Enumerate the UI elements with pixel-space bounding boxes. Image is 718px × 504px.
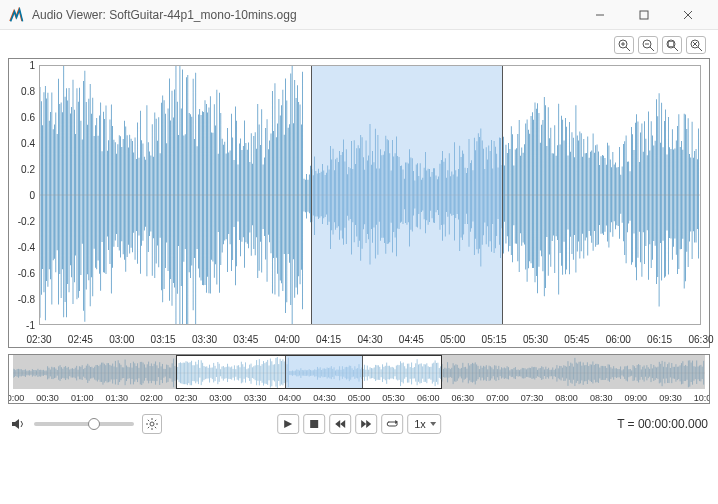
time-readout: T = 00:00:00.000	[617, 417, 708, 431]
y-tick: 1	[9, 60, 35, 71]
overview-minimap[interactable]: 00:0000:3001:0001:3002:0002:3003:0003:30…	[8, 354, 710, 404]
settings-button[interactable]	[142, 414, 162, 434]
overview-tick: 05:30	[382, 393, 405, 403]
x-tick: 05:45	[564, 334, 589, 345]
x-tick: 03:45	[233, 334, 258, 345]
svg-point-19	[150, 422, 154, 426]
rewind-button[interactable]	[329, 414, 351, 434]
overview-tick: 02:00	[140, 393, 163, 403]
fast-forward-button[interactable]	[355, 414, 377, 434]
y-tick: -0.4	[9, 242, 35, 253]
y-tick: -0.6	[9, 268, 35, 279]
y-tick: 0.8	[9, 86, 35, 97]
stop-button[interactable]	[303, 414, 325, 434]
controls-bar: 1x T = 00:00:00.000	[8, 410, 710, 438]
app-logo-icon	[8, 7, 24, 23]
svg-line-15	[698, 47, 702, 51]
content-area: -1-0.8-0.6-0.4-0.200.20.40.60.81 248.659…	[0, 30, 718, 504]
y-tick: 0.4	[9, 138, 35, 149]
playback-speed-select[interactable]: 1x	[407, 414, 441, 434]
y-tick: 0.2	[9, 164, 35, 175]
svg-line-25	[155, 427, 156, 428]
overview-tick: 00:30	[36, 393, 59, 403]
overview-tick: 03:30	[244, 393, 267, 403]
overview-dim-left	[13, 355, 176, 389]
svg-rect-1	[640, 11, 648, 19]
svg-line-9	[650, 47, 654, 51]
overview-tick: 06:30	[452, 393, 475, 403]
x-axis: 02:3002:4503:0003:1503:3003:4504:0004:15…	[39, 327, 701, 347]
svg-marker-31	[340, 420, 345, 428]
y-tick: -0.2	[9, 216, 35, 227]
svg-marker-30	[335, 420, 340, 428]
svg-line-26	[155, 420, 156, 421]
overview-tick: 01:00	[71, 393, 94, 403]
svg-marker-28	[284, 420, 292, 428]
waveform-canvas[interactable]: 248.6591 318.3432	[39, 65, 701, 325]
close-button[interactable]	[666, 0, 710, 30]
overview-tick: 04:30	[313, 393, 336, 403]
zoom-reset-button[interactable]	[686, 36, 706, 54]
x-tick: 04:45	[399, 334, 424, 345]
titlebar: Audio Viewer: SoftGuitar-44p1_mono-10min…	[0, 0, 718, 30]
volume-icon	[10, 416, 26, 432]
maximize-button[interactable]	[622, 0, 666, 30]
zoom-toolbar	[8, 34, 710, 58]
overview-tick: 10:00	[694, 393, 710, 403]
overview-tick: 01:30	[106, 393, 129, 403]
loop-button[interactable]	[381, 414, 403, 434]
svg-rect-13	[669, 42, 674, 47]
overview-tick: 08:00	[555, 393, 578, 403]
x-tick: 04:00	[275, 334, 300, 345]
overview-tick: 03:00	[209, 393, 232, 403]
volume-slider[interactable]	[34, 422, 134, 426]
play-button[interactable]	[277, 414, 299, 434]
zoom-fit-button[interactable]	[662, 36, 682, 54]
overview-tick: 09:30	[659, 393, 682, 403]
y-tick: 0	[9, 190, 35, 201]
overview-tick: 07:00	[486, 393, 509, 403]
x-tick: 03:30	[192, 334, 217, 345]
svg-line-5	[626, 47, 630, 51]
x-tick: 06:00	[606, 334, 631, 345]
overview-viewport[interactable]	[176, 355, 443, 389]
svg-line-12	[674, 47, 678, 51]
main-waveform-plot[interactable]: -1-0.8-0.6-0.4-0.200.20.40.60.81 248.659…	[8, 58, 710, 348]
overview-tick: 04:00	[279, 393, 302, 403]
x-tick: 06:15	[647, 334, 672, 345]
x-tick: 03:15	[151, 334, 176, 345]
overview-tick: 00:00	[8, 393, 24, 403]
y-tick: -0.8	[9, 294, 35, 305]
y-tick: -1	[9, 320, 35, 331]
x-tick: 02:30	[26, 334, 51, 345]
window-title: Audio Viewer: SoftGuitar-44p1_mono-10min…	[32, 8, 297, 22]
x-tick: 06:30	[688, 334, 713, 345]
y-axis: -1-0.8-0.6-0.4-0.200.20.40.60.81	[9, 65, 37, 325]
overview-tick: 06:00	[417, 393, 440, 403]
svg-line-24	[148, 420, 149, 421]
overview-x-axis: 00:0000:3001:0001:3002:0002:3003:0003:30…	[13, 391, 705, 403]
x-tick: 03:00	[109, 334, 134, 345]
overview-tick: 05:00	[348, 393, 371, 403]
selection-region[interactable]: 248.6591 318.3432	[311, 66, 503, 324]
y-tick: 0.6	[9, 112, 35, 123]
svg-marker-32	[361, 420, 366, 428]
x-tick: 05:15	[482, 334, 507, 345]
overview-tick: 08:30	[590, 393, 613, 403]
x-tick: 04:30	[357, 334, 382, 345]
x-tick: 05:30	[523, 334, 548, 345]
zoom-in-button[interactable]	[614, 36, 634, 54]
x-tick: 04:15	[316, 334, 341, 345]
minimize-button[interactable]	[578, 0, 622, 30]
svg-line-27	[148, 427, 149, 428]
overview-dim-right	[442, 355, 705, 389]
x-tick: 05:00	[440, 334, 465, 345]
overview-tick: 09:00	[625, 393, 648, 403]
overview-tick: 07:30	[521, 393, 544, 403]
svg-rect-29	[310, 420, 318, 428]
x-tick: 02:45	[68, 334, 93, 345]
zoom-out-button[interactable]	[638, 36, 658, 54]
overview-tick: 02:30	[175, 393, 198, 403]
playback-speed-value: 1x	[414, 418, 426, 430]
svg-marker-18	[12, 419, 19, 429]
